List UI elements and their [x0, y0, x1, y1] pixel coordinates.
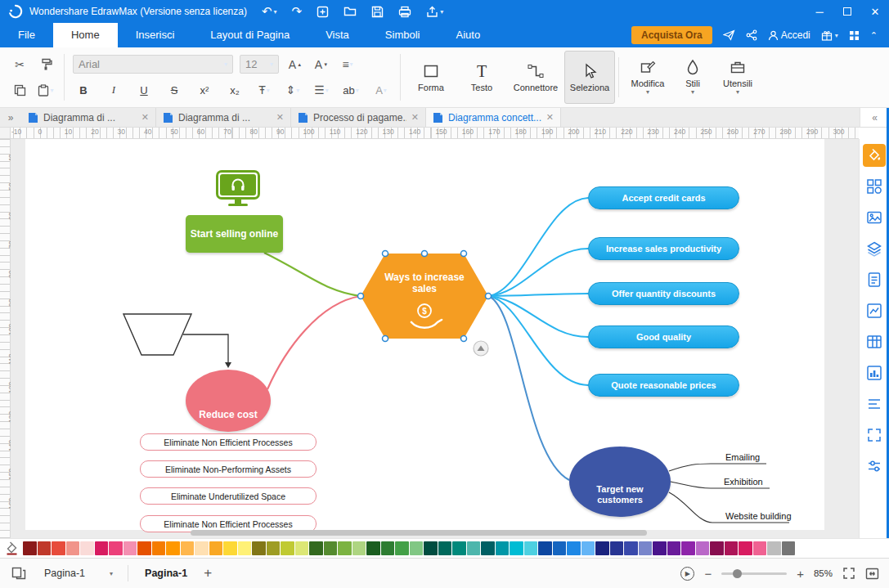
- menu-home[interactable]: Home: [53, 23, 118, 47]
- color-swatch[interactable]: [80, 541, 94, 555]
- symbol-library-icon[interactable]: [863, 175, 886, 198]
- horizontal-scrollbar[interactable]: [191, 530, 647, 536]
- color-swatch[interactable]: [23, 541, 37, 555]
- zoom-slider[interactable]: [721, 572, 787, 575]
- color-swatch[interactable]: [209, 541, 223, 555]
- note-icon[interactable]: [863, 268, 886, 291]
- color-swatch[interactable]: [424, 541, 438, 555]
- node-eliminate-1[interactable]: Eliminate Non Efficient Processes: [140, 433, 317, 451]
- chart-icon[interactable]: [863, 299, 886, 322]
- color-swatch[interactable]: [137, 541, 151, 555]
- tab-diagramma-1[interactable]: Diagramma di ... ✕: [21, 108, 156, 127]
- color-swatch[interactable]: [624, 541, 638, 555]
- menu-inserisci[interactable]: Inserisci: [118, 23, 193, 47]
- menu-layout-di-pagina[interactable]: Layout di Pagina: [192, 23, 308, 47]
- node-benefit-1[interactable]: Accept credit cards: [588, 186, 739, 209]
- color-swatch[interactable]: [510, 541, 523, 555]
- color-swatch[interactable]: [152, 541, 166, 555]
- color-swatch[interactable]: [496, 541, 510, 555]
- node-eliminate-3[interactable]: Eliminate Underutilized Space: [140, 487, 317, 505]
- color-swatch[interactable]: [467, 541, 481, 555]
- color-swatch[interactable]: [653, 541, 667, 555]
- align-text-icon[interactable]: ≡▾: [338, 55, 357, 74]
- new-document-icon[interactable]: [315, 0, 330, 23]
- add-page-button[interactable]: +: [195, 565, 220, 581]
- color-swatch[interactable]: [567, 541, 581, 555]
- bold-button[interactable]: B: [73, 80, 94, 100]
- color-swatch[interactable]: [381, 541, 395, 555]
- decrease-font-icon[interactable]: A▼: [312, 55, 331, 74]
- fit-page-icon[interactable]: [865, 568, 879, 580]
- color-swatch[interactable]: [710, 541, 724, 555]
- color-swatch[interactable]: [524, 541, 538, 555]
- color-swatch[interactable]: [338, 541, 352, 555]
- color-swatch[interactable]: [95, 541, 109, 555]
- tab-close-icon[interactable]: ✕: [141, 112, 149, 123]
- underline-button[interactable]: U: [133, 80, 155, 100]
- target-item-exhibition[interactable]: Exhibition: [724, 477, 763, 487]
- character-spacing-icon[interactable]: Ŧ▾: [254, 80, 274, 100]
- page-tab[interactable]: Pagina-1: [137, 564, 195, 582]
- tool-modify[interactable]: Modifica ▾: [622, 51, 673, 104]
- color-swatch[interactable]: [767, 541, 781, 555]
- color-swatch[interactable]: [481, 541, 495, 555]
- print-icon[interactable]: [397, 0, 413, 23]
- cut-icon[interactable]: ✂: [10, 55, 29, 74]
- color-swatch[interactable]: [52, 541, 65, 555]
- color-swatch[interactable]: [782, 541, 796, 555]
- redo-icon[interactable]: ↷: [290, 0, 304, 23]
- color-swatch[interactable]: [109, 541, 123, 555]
- close-button[interactable]: ✕: [861, 0, 889, 23]
- fill-tool-icon[interactable]: [863, 144, 886, 167]
- fullscreen-icon[interactable]: [842, 567, 855, 580]
- line-spacing-icon[interactable]: ⇕▾: [283, 80, 303, 100]
- color-swatch[interactable]: [753, 541, 767, 555]
- color-swatch[interactable]: [238, 541, 252, 555]
- color-swatch[interactable]: [538, 541, 552, 555]
- tool-select[interactable]: Seleziona: [564, 51, 615, 104]
- export-icon[interactable]: ▾: [424, 0, 445, 23]
- increase-font-icon[interactable]: A▲: [285, 55, 305, 74]
- menu-file[interactable]: File: [0, 23, 53, 47]
- monitor-headset-icon[interactable]: [216, 170, 260, 206]
- tool-styles[interactable]: Stili ▾: [673, 51, 712, 104]
- tool-utilities[interactable]: Utensili ▾: [712, 51, 763, 104]
- format-painter-icon[interactable]: [36, 55, 56, 74]
- open-folder-icon[interactable]: [342, 0, 358, 23]
- menu-aiuto[interactable]: Aiuto: [438, 23, 498, 47]
- color-swatch[interactable]: [252, 541, 266, 555]
- color-swatch[interactable]: [366, 541, 380, 555]
- palette-fill-icon[interactable]: [0, 541, 23, 555]
- strikethrough-button[interactable]: S: [164, 80, 185, 100]
- color-swatch[interactable]: [309, 541, 323, 555]
- share-icon[interactable]: [746, 29, 757, 41]
- subscript-button[interactable]: x₂: [224, 80, 245, 100]
- drawing-canvas[interactable]: $: [11, 139, 859, 538]
- color-swatch[interactable]: [38, 541, 52, 555]
- adjust-icon[interactable]: [863, 455, 886, 478]
- color-swatch[interactable]: [166, 541, 180, 555]
- node-benefit-4[interactable]: Good quality: [588, 325, 739, 348]
- tab-diagramma-2[interactable]: Diagramma di ... ✕: [156, 108, 291, 127]
- present-play-icon[interactable]: ▶: [680, 567, 694, 581]
- bullet-list-icon[interactable]: ☰▾: [312, 80, 331, 100]
- menu-vista[interactable]: Vista: [308, 23, 367, 47]
- color-swatch[interactable]: [267, 541, 281, 555]
- trapezoid-shape[interactable]: [123, 314, 191, 355]
- tool-connector[interactable]: Connettore: [507, 51, 564, 104]
- tool-shape[interactable]: Forma: [406, 51, 456, 104]
- page-overview-icon[interactable]: [11, 567, 26, 580]
- apps-grid-icon[interactable]: [849, 30, 860, 41]
- color-swatch[interactable]: [639, 541, 653, 555]
- color-swatch[interactable]: [395, 541, 409, 555]
- color-swatch[interactable]: [324, 541, 338, 555]
- italic-button[interactable]: I: [103, 80, 124, 100]
- zoom-out-icon[interactable]: −: [704, 567, 712, 581]
- color-swatch[interactable]: [438, 541, 452, 555]
- node-benefit-2[interactable]: Increase sales productivity: [588, 237, 739, 260]
- tab-close-icon[interactable]: ✕: [276, 112, 284, 123]
- font-size-select[interactable]: 12▾: [240, 55, 279, 74]
- color-swatch[interactable]: [681, 541, 695, 555]
- send-icon[interactable]: [723, 29, 735, 41]
- gift-icon[interactable]: ▾: [821, 30, 838, 41]
